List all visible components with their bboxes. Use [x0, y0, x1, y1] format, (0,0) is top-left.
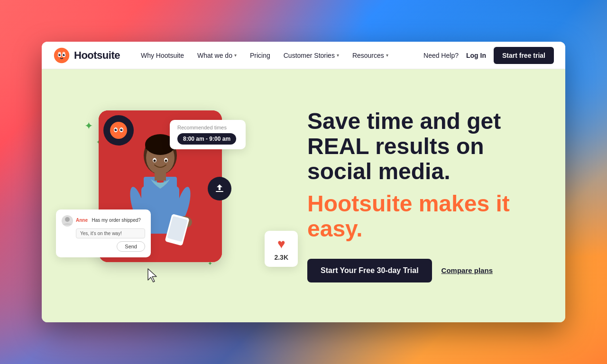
svg-rect-20: [164, 177, 177, 205]
upload-icon-bubble: [208, 177, 231, 200]
login-button[interactable]: Log In: [466, 52, 486, 59]
svg-point-3: [58, 54, 61, 56]
recommended-times-label: Recommended times: [177, 125, 238, 130]
svg-rect-32: [216, 191, 223, 192]
hero-subline: Hootsuite makes it easy.: [307, 191, 537, 242]
nav-resources[interactable]: Resources ▾: [347, 49, 394, 62]
svg-point-11: [120, 129, 123, 131]
svg-point-13: [121, 129, 122, 130]
nav-links: Why Hootsuite What we do ▾ Pricing Custo…: [135, 49, 423, 62]
logo-text: Hootsuite: [74, 49, 120, 62]
navbar: Hootsuite Why Hootsuite What we do ▾ Pri…: [42, 42, 565, 69]
svg-rect-21: [155, 171, 166, 181]
svg-point-31: [165, 160, 167, 162]
cursor-icon: [146, 268, 159, 286]
browser-window: Hootsuite Why Hootsuite What we do ▾ Pri…: [42, 42, 565, 322]
hero-section: ✦ ✦ ✦ ✦ ✦: [42, 69, 565, 322]
nav-customer-stories[interactable]: Customer Stories ▾: [278, 49, 345, 62]
heart-icon: ♥: [274, 237, 288, 252]
like-card: ♥ 2.3K: [265, 231, 298, 267]
logo-area[interactable]: Hootsuite: [53, 47, 120, 64]
recommended-times-card: Recommended times 8:00 am - 9:00 am: [170, 120, 246, 149]
hootsuite-logo-icon: [53, 47, 70, 64]
hero-cta: Start Your Free 30-day Trial Compare pla…: [307, 259, 537, 282]
cta-primary-button[interactable]: Start Your Free 30-day Trial: [307, 259, 432, 282]
svg-point-4: [63, 54, 65, 56]
start-free-trial-button[interactable]: Start free trial: [494, 47, 554, 64]
svg-rect-19: [144, 177, 157, 205]
like-count: 2.3K: [274, 254, 288, 261]
chat-message: Anne Has my order shipped?: [76, 215, 145, 224]
svg-point-30: [154, 160, 156, 162]
hero-text: Save time and get REAL results on social…: [288, 109, 537, 282]
nav-pricing[interactable]: Pricing: [244, 49, 276, 62]
headline-line3: social media.: [307, 159, 450, 184]
nav-what-we-do[interactable]: What we do ▾: [192, 49, 242, 62]
need-help-link[interactable]: Need Help?: [423, 52, 459, 59]
nav-right: Need Help? Log In Start free trial: [423, 47, 554, 64]
recommended-time-value: 8:00 am - 9:00 am: [177, 133, 236, 145]
owl-avatar: [103, 115, 134, 146]
svg-point-6: [64, 54, 64, 55]
chat-reply-text: Yes, it's on the way!: [76, 228, 145, 238]
nav-why-hootsuite[interactable]: Why Hootsuite: [135, 49, 190, 62]
svg-point-0: [54, 47, 69, 63]
hero-headline: Save time and get REAL results on social…: [307, 109, 537, 184]
headline-line1: Save time and get: [307, 109, 501, 134]
cta-secondary-link[interactable]: Compare plans: [441, 266, 493, 274]
chat-avatar-anne: [62, 215, 73, 227]
svg-point-33: [65, 217, 70, 222]
chevron-down-icon-3: ▾: [386, 53, 388, 58]
hero-illustration: ✦ ✦ ✦ ✦ ✦: [70, 96, 288, 295]
svg-point-12: [116, 129, 117, 130]
svg-point-10: [115, 129, 117, 131]
headline-line2: REAL results on: [307, 134, 484, 159]
send-button[interactable]: Send: [117, 241, 145, 252]
chevron-down-icon: ▾: [234, 53, 237, 58]
svg-point-5: [60, 54, 60, 55]
sparkle-icon-1: ✦: [84, 120, 93, 132]
svg-point-7: [110, 122, 127, 139]
chat-card: Anne Has my order shipped? Yes, it's on …: [56, 209, 151, 257]
chevron-down-icon-2: ▾: [337, 53, 339, 58]
